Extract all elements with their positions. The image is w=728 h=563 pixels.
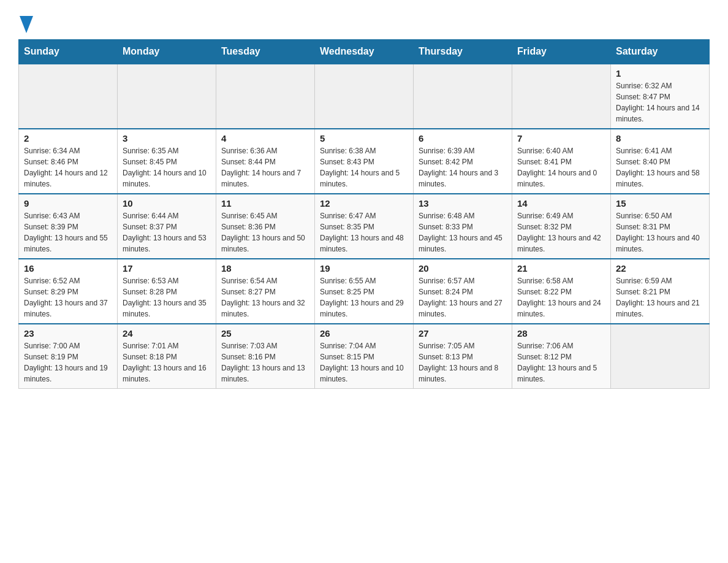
calendar-cell — [512, 64, 611, 129]
calendar-cell — [315, 64, 414, 129]
weekday-header-monday: Monday — [118, 40, 216, 64]
day-number: 28 — [517, 328, 605, 339]
day-number: 1 — [616, 68, 704, 79]
day-info: Sunrise: 6:48 AM Sunset: 8:33 PM Dayligh… — [419, 210, 507, 255]
logo — [18, 12, 33, 33]
calendar-cell: 19Sunrise: 6:55 AM Sunset: 8:25 PM Dayli… — [315, 259, 414, 324]
calendar-cell: 5Sunrise: 6:38 AM Sunset: 8:43 PM Daylig… — [315, 129, 414, 194]
weekday-header-tuesday: Tuesday — [216, 40, 315, 64]
calendar-cell: 22Sunrise: 6:59 AM Sunset: 8:21 PM Dayli… — [611, 259, 710, 324]
day-number: 8 — [616, 133, 704, 144]
calendar-cell: 15Sunrise: 6:50 AM Sunset: 8:31 PM Dayli… — [611, 194, 710, 259]
day-number: 5 — [320, 133, 408, 144]
day-number: 22 — [616, 263, 704, 274]
calendar-cell: 1Sunrise: 6:32 AM Sunset: 8:47 PM Daylig… — [611, 64, 710, 129]
day-info: Sunrise: 6:54 AM Sunset: 8:27 PM Dayligh… — [221, 275, 309, 320]
day-info: Sunrise: 7:03 AM Sunset: 8:16 PM Dayligh… — [221, 340, 309, 385]
day-number: 13 — [419, 198, 507, 209]
calendar-cell: 7Sunrise: 6:40 AM Sunset: 8:41 PM Daylig… — [512, 129, 611, 194]
calendar-cell: 28Sunrise: 7:06 AM Sunset: 8:12 PM Dayli… — [512, 324, 611, 389]
calendar-week-row: 23Sunrise: 7:00 AM Sunset: 8:19 PM Dayli… — [19, 324, 710, 389]
calendar-cell — [216, 64, 315, 129]
calendar-cell — [611, 324, 710, 389]
calendar-cell — [19, 64, 118, 129]
calendar-cell: 26Sunrise: 7:04 AM Sunset: 8:15 PM Dayli… — [315, 324, 414, 389]
day-number: 16 — [24, 263, 112, 274]
weekday-header-sunday: Sunday — [19, 40, 118, 64]
day-number: 26 — [320, 328, 408, 339]
calendar-week-row: 1Sunrise: 6:32 AM Sunset: 8:47 PM Daylig… — [19, 64, 710, 129]
day-number: 6 — [419, 133, 507, 144]
calendar-cell: 21Sunrise: 6:58 AM Sunset: 8:22 PM Dayli… — [512, 259, 611, 324]
day-info: Sunrise: 7:00 AM Sunset: 8:19 PM Dayligh… — [24, 340, 112, 385]
calendar-table: SundayMondayTuesdayWednesdayThursdayFrid… — [18, 39, 710, 389]
svg-marker-0 — [20, 16, 33, 33]
day-info: Sunrise: 6:55 AM Sunset: 8:25 PM Dayligh… — [320, 275, 408, 320]
weekday-header-thursday: Thursday — [414, 40, 512, 64]
day-number: 12 — [320, 198, 408, 209]
calendar-cell: 24Sunrise: 7:01 AM Sunset: 8:18 PM Dayli… — [118, 324, 216, 389]
day-info: Sunrise: 7:01 AM Sunset: 8:18 PM Dayligh… — [123, 340, 211, 385]
day-info: Sunrise: 6:58 AM Sunset: 8:22 PM Dayligh… — [517, 275, 605, 320]
weekday-header-saturday: Saturday — [611, 40, 710, 64]
calendar-cell — [414, 64, 512, 129]
calendar-cell: 12Sunrise: 6:47 AM Sunset: 8:35 PM Dayli… — [315, 194, 414, 259]
day-number: 9 — [24, 198, 112, 209]
day-number: 19 — [320, 263, 408, 274]
calendar-cell: 3Sunrise: 6:35 AM Sunset: 8:45 PM Daylig… — [118, 129, 216, 194]
weekday-header-row: SundayMondayTuesdayWednesdayThursdayFrid… — [19, 40, 710, 64]
calendar-cell: 20Sunrise: 6:57 AM Sunset: 8:24 PM Dayli… — [414, 259, 512, 324]
day-number: 7 — [517, 133, 605, 144]
day-info: Sunrise: 6:57 AM Sunset: 8:24 PM Dayligh… — [419, 275, 507, 320]
day-info: Sunrise: 6:47 AM Sunset: 8:35 PM Dayligh… — [320, 210, 408, 255]
day-info: Sunrise: 6:43 AM Sunset: 8:39 PM Dayligh… — [24, 210, 112, 255]
day-number: 25 — [221, 328, 309, 339]
day-info: Sunrise: 7:05 AM Sunset: 8:13 PM Dayligh… — [419, 340, 507, 385]
day-number: 23 — [24, 328, 112, 339]
day-number: 3 — [123, 133, 211, 144]
calendar-cell: 11Sunrise: 6:45 AM Sunset: 8:36 PM Dayli… — [216, 194, 315, 259]
day-number: 17 — [123, 263, 211, 274]
calendar-week-row: 2Sunrise: 6:34 AM Sunset: 8:46 PM Daylig… — [19, 129, 710, 194]
calendar-cell: 16Sunrise: 6:52 AM Sunset: 8:29 PM Dayli… — [19, 259, 118, 324]
day-info: Sunrise: 6:32 AM Sunset: 8:47 PM Dayligh… — [616, 80, 704, 124]
calendar-week-row: 9Sunrise: 6:43 AM Sunset: 8:39 PM Daylig… — [19, 194, 710, 259]
calendar-cell: 4Sunrise: 6:36 AM Sunset: 8:44 PM Daylig… — [216, 129, 315, 194]
day-info: Sunrise: 7:06 AM Sunset: 8:12 PM Dayligh… — [517, 340, 605, 385]
weekday-header-friday: Friday — [512, 40, 611, 64]
calendar-cell — [118, 64, 216, 129]
logo-arrow-icon — [20, 16, 33, 33]
day-number: 24 — [123, 328, 211, 339]
calendar-cell: 23Sunrise: 7:00 AM Sunset: 8:19 PM Dayli… — [19, 324, 118, 389]
day-info: Sunrise: 6:39 AM Sunset: 8:42 PM Dayligh… — [419, 145, 507, 190]
day-info: Sunrise: 6:38 AM Sunset: 8:43 PM Dayligh… — [320, 145, 408, 190]
calendar-cell: 17Sunrise: 6:53 AM Sunset: 8:28 PM Dayli… — [118, 259, 216, 324]
day-info: Sunrise: 6:34 AM Sunset: 8:46 PM Dayligh… — [24, 145, 112, 190]
calendar-cell: 25Sunrise: 7:03 AM Sunset: 8:16 PM Dayli… — [216, 324, 315, 389]
day-number: 4 — [221, 133, 309, 144]
day-number: 14 — [517, 198, 605, 209]
calendar-cell: 10Sunrise: 6:44 AM Sunset: 8:37 PM Dayli… — [118, 194, 216, 259]
day-number: 15 — [616, 198, 704, 209]
calendar-cell: 9Sunrise: 6:43 AM Sunset: 8:39 PM Daylig… — [19, 194, 118, 259]
day-info: Sunrise: 6:52 AM Sunset: 8:29 PM Dayligh… — [24, 275, 112, 320]
day-info: Sunrise: 6:35 AM Sunset: 8:45 PM Dayligh… — [123, 145, 211, 190]
day-info: Sunrise: 6:59 AM Sunset: 8:21 PM Dayligh… — [616, 275, 704, 320]
day-info: Sunrise: 6:41 AM Sunset: 8:40 PM Dayligh… — [616, 145, 704, 190]
calendar-cell: 13Sunrise: 6:48 AM Sunset: 8:33 PM Dayli… — [414, 194, 512, 259]
calendar-cell: 2Sunrise: 6:34 AM Sunset: 8:46 PM Daylig… — [19, 129, 118, 194]
calendar-week-row: 16Sunrise: 6:52 AM Sunset: 8:29 PM Dayli… — [19, 259, 710, 324]
day-number: 21 — [517, 263, 605, 274]
calendar-cell: 18Sunrise: 6:54 AM Sunset: 8:27 PM Dayli… — [216, 259, 315, 324]
day-number: 2 — [24, 133, 112, 144]
day-info: Sunrise: 6:49 AM Sunset: 8:32 PM Dayligh… — [517, 210, 605, 255]
day-number: 11 — [221, 198, 309, 209]
weekday-header-wednesday: Wednesday — [315, 40, 414, 64]
day-number: 27 — [419, 328, 507, 339]
day-info: Sunrise: 6:40 AM Sunset: 8:41 PM Dayligh… — [517, 145, 605, 190]
calendar-cell: 27Sunrise: 7:05 AM Sunset: 8:13 PM Dayli… — [414, 324, 512, 389]
day-number: 18 — [221, 263, 309, 274]
day-info: Sunrise: 6:50 AM Sunset: 8:31 PM Dayligh… — [616, 210, 704, 255]
day-info: Sunrise: 6:44 AM Sunset: 8:37 PM Dayligh… — [123, 210, 211, 255]
calendar-cell: 8Sunrise: 6:41 AM Sunset: 8:40 PM Daylig… — [611, 129, 710, 194]
